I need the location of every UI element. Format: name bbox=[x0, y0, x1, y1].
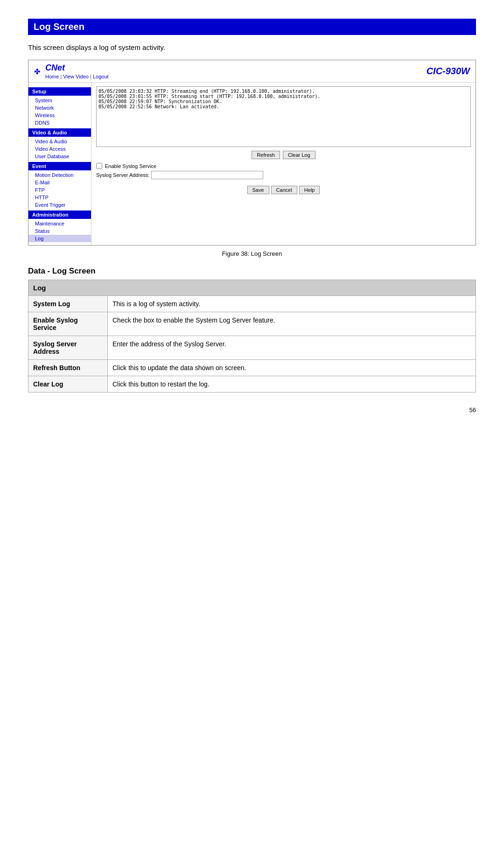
help-button[interactable]: Help bbox=[299, 186, 320, 194]
page-description: This screen displays a log of system act… bbox=[28, 43, 476, 51]
log-textarea[interactable] bbox=[96, 86, 471, 147]
sidebar-header-video-audio: Video & Audio bbox=[28, 128, 91, 137]
syslog-address-input[interactable] bbox=[151, 171, 263, 179]
sidebar-item-user-database[interactable]: User Database bbox=[28, 153, 91, 160]
sidebar-item-network[interactable]: Network bbox=[28, 104, 91, 112]
nav-view-video[interactable]: View Video bbox=[63, 74, 89, 79]
sidebar-item-video-access[interactable]: Video Access bbox=[28, 145, 91, 153]
sidebar-header-setup: Setup bbox=[28, 87, 91, 96]
sidebar-header-administration: Administration bbox=[28, 210, 91, 219]
log-buttons: Refresh Clear Log bbox=[96, 151, 471, 159]
row-label-0: System Log bbox=[28, 296, 108, 312]
enable-syslog-checkbox[interactable] bbox=[96, 163, 102, 169]
row-description-1: Check the box to enable the System Log S… bbox=[108, 312, 476, 336]
table-row: Clear Log Click this button to restart t… bbox=[28, 376, 476, 393]
sidebar-item-status[interactable]: Status bbox=[28, 227, 91, 235]
row-description-0: This is a log of system activity. bbox=[108, 296, 476, 312]
sidebar-item-maintenance[interactable]: Maintenance bbox=[28, 220, 91, 227]
table-row: System Log This is a log of system activ… bbox=[28, 296, 476, 312]
table-header-row: Log bbox=[28, 280, 476, 296]
sidebar-header-event: Event bbox=[28, 162, 91, 170]
device-model: CIC-930W bbox=[427, 66, 470, 77]
row-description-3: Click this to update the data shown on s… bbox=[108, 360, 476, 376]
row-label-4: Clear Log bbox=[28, 376, 108, 393]
syslog-address-label: Syslog Server Address: bbox=[96, 172, 151, 178]
table-row: Syslog Server Address Enter the address … bbox=[28, 336, 476, 360]
syslog-checkbox-row: Enable Syslog Service bbox=[96, 163, 471, 169]
row-label-1: Enable Syslog Service bbox=[28, 312, 108, 336]
data-table: Log System Log This is a log of system a… bbox=[28, 280, 476, 393]
device-sidebar: Setup System Network Wireless DDNS Video… bbox=[28, 83, 91, 245]
data-section-title: Data - Log Screen bbox=[28, 267, 476, 276]
cancel-button[interactable]: Cancel bbox=[271, 186, 297, 194]
device-logo: CNet Home | View Video | Logout bbox=[34, 63, 109, 79]
logo-icon bbox=[34, 67, 42, 76]
refresh-button[interactable]: Refresh bbox=[252, 151, 280, 159]
row-label-2: Syslog Server Address bbox=[28, 336, 108, 360]
enable-syslog-label: Enable Syslog Service bbox=[105, 163, 156, 169]
table-header-label: Log bbox=[28, 280, 476, 296]
sidebar-item-wireless[interactable]: Wireless bbox=[28, 112, 91, 119]
device-content: Refresh Clear Log Enable Syslog Service … bbox=[91, 83, 476, 245]
sidebar-item-event-trigger[interactable]: Event Trigger bbox=[28, 201, 91, 209]
device-nav: Home | View Video | Logout bbox=[45, 74, 109, 79]
device-header: CNet Home | View Video | Logout CIC-930W bbox=[28, 60, 476, 83]
sidebar-item-ddns[interactable]: DDNS bbox=[28, 119, 91, 126]
sidebar-item-http[interactable]: HTTP bbox=[28, 194, 91, 201]
logo-text: CNet bbox=[45, 63, 65, 72]
row-description-2: Enter the address of the Syslog Server. bbox=[108, 336, 476, 360]
sidebar-item-motion-detection[interactable]: Motion Detection bbox=[28, 171, 91, 179]
table-row: Enable Syslog Service Check the box to e… bbox=[28, 312, 476, 336]
device-ui-box: CNet Home | View Video | Logout CIC-930W… bbox=[28, 60, 476, 246]
row-label-3: Refresh Button bbox=[28, 360, 108, 376]
syslog-address-row: Syslog Server Address: bbox=[96, 171, 471, 179]
save-buttons: Save Cancel Help bbox=[96, 186, 471, 194]
sidebar-item-system[interactable]: System bbox=[28, 97, 91, 104]
clear-log-button[interactable]: Clear Log bbox=[283, 151, 315, 159]
row-description-4: Click this button to restart the log. bbox=[108, 376, 476, 393]
page-number: 56 bbox=[28, 407, 476, 414]
sidebar-item-video-audio[interactable]: Video & Audio bbox=[28, 138, 91, 145]
page-title-bar: Log Screen bbox=[28, 19, 476, 35]
sidebar-item-email[interactable]: E-Mail bbox=[28, 179, 91, 186]
nav-home[interactable]: Home bbox=[45, 74, 59, 79]
device-body: Setup System Network Wireless DDNS Video… bbox=[28, 83, 476, 245]
page-title: Log Screen bbox=[34, 21, 84, 32]
save-button[interactable]: Save bbox=[247, 186, 269, 194]
sidebar-item-ftp[interactable]: FTP bbox=[28, 186, 91, 194]
sidebar-item-log[interactable]: Log bbox=[28, 235, 91, 242]
figure-caption: Figure 38: Log Screen bbox=[28, 250, 476, 257]
table-row: Refresh Button Click this to update the … bbox=[28, 360, 476, 376]
nav-logout[interactable]: Logout bbox=[93, 74, 109, 79]
syslog-section: Enable Syslog Service Syslog Server Addr… bbox=[96, 163, 471, 179]
